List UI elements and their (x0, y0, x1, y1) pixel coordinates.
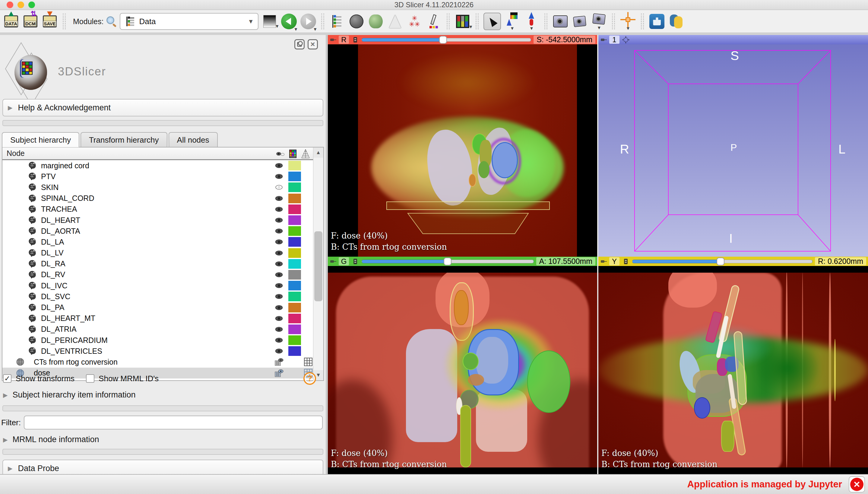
markups-toolbar-button[interactable] (387, 12, 403, 31)
green-slice-slider[interactable] (362, 260, 534, 263)
node-color-swatch[interactable] (288, 314, 301, 323)
visibility-eye-icon[interactable] (272, 173, 286, 179)
node-color-swatch[interactable] (288, 205, 301, 214)
models-toolbar-button[interactable] (348, 12, 365, 31)
tree-row[interactable]: DL_RV (2, 269, 313, 280)
node-color-swatch[interactable] (288, 324, 301, 334)
visibility-eye-icon[interactable] (272, 261, 286, 267)
node-color-swatch[interactable] (288, 259, 301, 269)
tree-row[interactable]: DL_VENTRICLES (2, 346, 313, 357)
module-history-button[interactable]: ▼ (262, 12, 278, 31)
visibility-eye-icon[interactable] (272, 283, 286, 289)
scene-view-restore-button[interactable]: ▼ (591, 12, 607, 31)
node-color-swatch[interactable] (288, 303, 301, 312)
visibility-eye-icon[interactable] (272, 250, 286, 256)
threed-view-label[interactable]: 1 (609, 36, 619, 44)
slider-handle[interactable] (439, 36, 447, 44)
yellow-slice-view[interactable]: F: dose (40%) B: CTs from rtog conversio… (598, 266, 868, 474)
segmentations-toolbar-button[interactable] (368, 12, 384, 31)
node-color-swatch[interactable] (288, 215, 301, 225)
pin-icon[interactable] (600, 38, 607, 42)
red-slice-label[interactable]: R (339, 36, 349, 44)
tab-transform-hierarchy[interactable]: Transform hierarchy (80, 132, 167, 147)
tree-row[interactable]: DL_AORTA (2, 226, 313, 236)
help-acknowledgement-section[interactable]: ▶ Help & Acknowledgement (2, 99, 323, 116)
show-transforms-checkbox[interactable]: ✓ (3, 374, 12, 383)
node-color-swatch[interactable] (288, 346, 301, 356)
red-slice-slider[interactable] (362, 38, 531, 42)
spin-view-icon[interactable] (622, 36, 630, 44)
tab-subject-hierarchy[interactable]: Subject hierarchy (2, 132, 79, 147)
node-color-swatch[interactable] (288, 172, 301, 181)
pin-icon[interactable] (600, 259, 607, 264)
tree-row[interactable]: DL_PA (2, 302, 313, 313)
crosshair-button[interactable]: ▼ (620, 12, 636, 31)
scroll-up-button[interactable]: ▲ (313, 148, 323, 158)
node-color-swatch[interactable] (288, 292, 301, 301)
panel-splitter[interactable] (326, 35, 328, 474)
tree-row[interactable]: DL_IVC (2, 280, 313, 291)
node-color-swatch[interactable] (288, 161, 301, 170)
segment-editor-toolbar-button[interactable] (426, 12, 442, 31)
screenshot-button[interactable] (552, 12, 568, 31)
panel-close-button[interactable]: ✕ (308, 39, 318, 50)
green-slice-view[interactable]: F: dose (40%) B: CTs from rtog conversio… (328, 266, 597, 474)
load-data-button[interactable]: DATA (3, 12, 19, 31)
extensions-manager-button[interactable] (649, 12, 665, 31)
tree-scrollbar[interactable]: ▲ ▼ (313, 148, 323, 380)
node-color-swatch[interactable] (288, 270, 301, 280)
node-color-swatch[interactable] (288, 248, 301, 258)
module-forward-button[interactable]: ▼ (300, 12, 316, 31)
slice-menu-icon[interactable] (351, 36, 359, 43)
visibility-eye-icon[interactable] (272, 305, 286, 311)
visibility-eye-icon[interactable] (272, 358, 286, 366)
green-slice-label[interactable]: G (339, 257, 349, 265)
slider-handle[interactable] (444, 258, 451, 265)
color-column-icon[interactable] (289, 149, 297, 158)
visibility-eye-icon[interactable] (272, 316, 286, 322)
scene-view-capture-button[interactable] (572, 12, 588, 31)
node-color-swatch[interactable] (288, 237, 301, 247)
slider-handle[interactable] (717, 258, 725, 265)
slice-menu-icon[interactable] (351, 258, 359, 265)
visibility-eye-icon[interactable] (272, 217, 286, 223)
tree-row[interactable]: TRACHEA (2, 204, 313, 215)
slice-menu-icon[interactable] (622, 258, 630, 265)
tree-row[interactable]: SKIN (2, 182, 313, 193)
scrollbar-thumb[interactable] (314, 231, 323, 301)
tree-row[interactable]: SPINAL_CORD (2, 193, 313, 204)
mesh-column-icon[interactable] (301, 149, 310, 159)
visibility-eye-icon[interactable] (272, 337, 286, 343)
node-grid-icon[interactable] (303, 357, 313, 366)
tree-row[interactable]: DL_SVC (2, 291, 313, 302)
dicom-button[interactable]: ⇅ DCM (22, 12, 39, 31)
visibility-eye-icon[interactable] (272, 163, 286, 169)
adjust-window-level-button[interactable]: ▼ (504, 12, 520, 31)
subject-hierarchy-toolbar-button[interactable] (329, 12, 345, 31)
visibility-column-icon[interactable] (276, 151, 285, 157)
module-back-button[interactable]: ▼ (281, 12, 297, 31)
show-mrml-ids-checkbox[interactable]: ✓ (86, 374, 94, 383)
tree-row[interactable]: DL_LA (2, 236, 313, 247)
panel-undock-button[interactable] (294, 39, 305, 50)
visibility-eye-icon[interactable] (272, 348, 286, 354)
tree-row[interactable]: DL_PERICARDIUM (2, 335, 313, 346)
tree-row[interactable]: DL_ATRIA (2, 324, 313, 335)
visibility-eye-icon[interactable] (272, 228, 286, 234)
tab-all-nodes[interactable]: All nodes (169, 132, 218, 147)
visibility-eye-icon[interactable] (272, 272, 286, 278)
yellow-slice-label[interactable]: Y (609, 257, 619, 265)
threed-view[interactable]: S I R L P (598, 44, 868, 256)
pin-icon[interactable] (330, 259, 336, 264)
filter-input[interactable] (24, 416, 323, 430)
jupyter-close-button[interactable]: ✕ (849, 476, 865, 493)
module-selector-combobox[interactable]: Data ▼ (120, 13, 258, 30)
node-color-swatch[interactable] (288, 335, 301, 345)
node-color-swatch[interactable] (288, 281, 301, 290)
tree-row[interactable]: DL_RA (2, 259, 313, 269)
node-color-swatch[interactable] (288, 226, 301, 236)
annotations-toolbar-button[interactable]: ✳✳✳ (406, 12, 423, 31)
visibility-eye-icon[interactable] (272, 206, 286, 212)
tree-row[interactable]: PTV (2, 171, 313, 182)
yellow-slice-slider[interactable] (632, 260, 812, 263)
